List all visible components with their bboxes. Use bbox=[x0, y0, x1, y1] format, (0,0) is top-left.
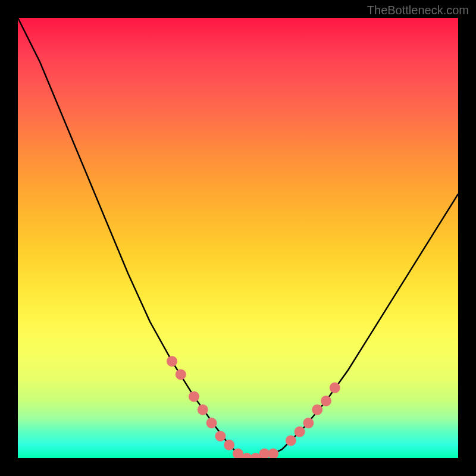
watermark-text: TheBottleneck.com bbox=[367, 4, 469, 17]
bottleneck-curve bbox=[18, 18, 458, 458]
data-marker bbox=[330, 383, 340, 393]
data-marker bbox=[215, 431, 226, 441]
data-marker bbox=[206, 418, 217, 428]
data-marker bbox=[286, 435, 296, 446]
data-marker bbox=[303, 418, 314, 428]
data-markers bbox=[167, 356, 340, 458]
data-marker bbox=[198, 405, 208, 415]
chart-container: TheBottleneck.com bbox=[0, 0, 476, 476]
data-marker bbox=[176, 369, 186, 380]
data-marker bbox=[224, 440, 234, 450]
data-marker bbox=[167, 356, 177, 367]
data-marker bbox=[321, 396, 331, 406]
data-marker bbox=[268, 449, 278, 458]
chart-overlay bbox=[18, 18, 458, 458]
data-marker bbox=[189, 391, 199, 402]
curve-group bbox=[18, 18, 458, 458]
data-marker bbox=[295, 427, 305, 437]
data-marker bbox=[312, 405, 322, 415]
